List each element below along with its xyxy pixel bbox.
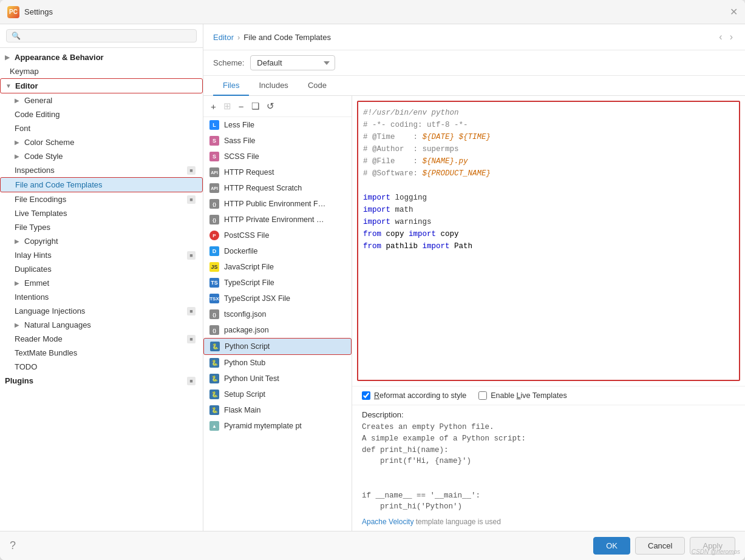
python-script-icon: 🐍: [210, 342, 220, 351]
search-input[interactable]: [24, 32, 191, 40]
sidebar-item-file-types[interactable]: File Types: [0, 220, 203, 234]
ok-button[interactable]: OK: [593, 537, 630, 555]
chevron-icon: [5, 54, 11, 61]
sidebar-item-appearance[interactable]: Appearance & Behavior: [0, 50, 203, 64]
file-item-tsx[interactable]: TSX TypeScript JSX File: [203, 291, 352, 306]
file-item-tsconfig[interactable]: {} tsconfig.json: [203, 306, 352, 322]
file-item-setup-script[interactable]: 🐍 Setup Script: [203, 386, 352, 402]
http-request-icon: API: [209, 167, 219, 177]
close-button[interactable]: ✕: [730, 6, 738, 18]
sidebar-tree: Appearance & Behavior Keymap Editor Gene…: [0, 48, 203, 531]
inspections-badge: ■: [187, 166, 196, 175]
reformat-checkbox-wrap[interactable]: Reformat according to style: [362, 391, 466, 400]
reformat-label: Reformat according to style: [374, 391, 466, 400]
code-line-file: # @File : ${NAME}.py: [363, 155, 734, 167]
file-item-pyramid[interactable]: ▲ Pyramid mytemplate pt: [203, 418, 352, 434]
velocity-link[interactable]: Apache Velocity: [362, 518, 413, 526]
lang-inj-badge: ■: [187, 307, 196, 315]
sidebar-item-code-style[interactable]: Code Style: [0, 149, 203, 163]
file-item-flask-main[interactable]: 🐍 Flask Main: [203, 402, 352, 418]
sidebar: 🔍 Appearance & Behavior Keymap Edi: [0, 24, 203, 531]
tab-files[interactable]: Files: [213, 76, 249, 96]
scheme-select[interactable]: Default Project: [250, 55, 335, 70]
sidebar-item-file-encodings[interactable]: File Encodings ■: [0, 192, 203, 206]
remove-template-button[interactable]: −: [236, 100, 247, 113]
file-item-python-stub[interactable]: 🐍 Python Stub: [203, 355, 352, 371]
sass-file-icon: S: [209, 136, 219, 146]
sidebar-item-emmet[interactable]: Emmet: [0, 276, 203, 290]
code-line-import-warnings: import warnings: [363, 216, 734, 228]
file-item-package-json[interactable]: {} package.json: [203, 322, 352, 338]
settings-window: PC Settings ✕ 🔍 Appearance & Behavior: [0, 0, 745, 560]
flask-main-icon: 🐍: [209, 405, 219, 415]
undo-button[interactable]: ↺: [264, 100, 277, 113]
file-item-dockerfile[interactable]: D Dockerfile: [203, 243, 352, 259]
bottom-bar: ? OK Cancel Apply: [0, 531, 745, 560]
add-template-button[interactable]: +: [208, 100, 219, 113]
code-line-software: # @Software: ${PRODUCT_NAME}: [363, 167, 734, 180]
docker-icon: D: [209, 246, 219, 256]
file-item-http-request[interactable]: API HTTP Request: [203, 164, 352, 180]
file-item-postcss[interactable]: P PostCSS File: [203, 228, 352, 243]
file-item-scss[interactable]: S SCSS File: [203, 149, 352, 164]
file-item-less[interactable]: L Less File: [203, 117, 352, 133]
sidebar-item-todo[interactable]: TODO: [0, 360, 203, 374]
sidebar-item-live-templates[interactable]: Live Templates: [0, 206, 203, 220]
file-item-http-public[interactable]: {} HTTP Public Environment F…: [203, 196, 352, 212]
file-item-python-unit-test[interactable]: 🐍 Python Unit Test: [203, 371, 352, 386]
tab-code[interactable]: Code: [298, 76, 336, 96]
file-item-sass[interactable]: S Sass File: [203, 133, 352, 149]
velocity-text: template language is used: [416, 518, 501, 526]
file-item-js[interactable]: JS JavaScript File: [203, 259, 352, 275]
nav-back-button[interactable]: ‹: [716, 30, 724, 44]
sidebar-item-general[interactable]: General: [0, 93, 203, 107]
breadcrumb-current: File and Code Templates: [243, 33, 331, 42]
app-icon: PC: [7, 6, 19, 18]
sidebar-item-inspections[interactable]: Inspections ■: [0, 163, 203, 177]
sidebar-item-copyright[interactable]: Copyright: [0, 234, 203, 248]
sidebar-item-duplicates[interactable]: Duplicates: [0, 262, 203, 276]
code-panel: #!/usr/bin/env python # -*- coding: utf-…: [352, 96, 745, 531]
tsconfig-icon: {}: [209, 309, 219, 319]
postcss-icon: P: [209, 231, 219, 240]
code-line-import-logging: import logging: [363, 192, 734, 204]
code-line-blank1: [363, 180, 734, 192]
sidebar-item-color-scheme[interactable]: Color Scheme: [0, 135, 203, 149]
code-editor[interactable]: #!/usr/bin/env python # -*- coding: utf-…: [357, 101, 740, 381]
sidebar-item-natural-languages[interactable]: Natural Languages: [0, 318, 203, 332]
sidebar-item-textmate-bundles[interactable]: TextMate Bundles: [0, 346, 203, 360]
sidebar-item-intentions[interactable]: Intentions: [0, 290, 203, 304]
file-item-python-script[interactable]: 🐍 Python Script: [203, 338, 352, 355]
sidebar-item-font[interactable]: Font: [0, 121, 203, 135]
file-item-http-private[interactable]: {} HTTP Private Environment …: [203, 212, 352, 228]
code-options: Reformat according to style Enable Live …: [352, 386, 745, 405]
package-json-icon: {}: [209, 325, 219, 335]
copy-template-button[interactable]: ⊞: [221, 100, 234, 113]
sidebar-item-file-code-templates[interactable]: File and Code Templates: [0, 177, 203, 192]
sidebar-item-inlay-hints[interactable]: Inlay Hints ■: [0, 248, 203, 262]
sidebar-item-plugins[interactable]: Plugins ■: [0, 374, 203, 388]
reformat-checkbox[interactable]: [362, 391, 370, 400]
sidebar-item-keymap[interactable]: Keymap: [0, 64, 203, 78]
tab-includes[interactable]: Includes: [249, 76, 298, 96]
chevron-icon: [15, 97, 21, 104]
sidebar-item-code-editing[interactable]: Code Editing: [0, 107, 203, 121]
pyramid-icon: ▲: [209, 421, 219, 431]
cancel-button[interactable]: Cancel: [635, 537, 685, 555]
file-item-http-scratch[interactable]: API HTTP Request Scratch: [203, 180, 352, 196]
sidebar-item-language-injections[interactable]: Language Injections ■: [0, 304, 203, 318]
nav-forward-button[interactable]: ›: [727, 30, 735, 44]
sidebar-item-reader-mode[interactable]: Reader Mode ■: [0, 332, 203, 346]
file-item-ts[interactable]: TS TypeScript File: [203, 275, 352, 291]
live-templates-checkbox[interactable]: [478, 391, 487, 400]
search-input-wrap[interactable]: 🔍: [6, 29, 197, 42]
duplicate-template-button[interactable]: ❏: [249, 100, 262, 113]
help-icon[interactable]: ?: [10, 539, 16, 552]
sidebar-item-editor[interactable]: Editor: [0, 78, 203, 93]
description-area: Description: Creates an empty Python fil…: [352, 405, 745, 515]
plugins-badge: ■: [187, 377, 196, 385]
live-templates-checkbox-wrap[interactable]: Enable Live Templates: [478, 391, 567, 400]
breadcrumb-parent[interactable]: Editor: [213, 33, 234, 42]
file-toolbar: + ⊞ − ❏ ↺: [203, 96, 352, 117]
code-line-from-copy: from copy import copy: [363, 228, 734, 240]
